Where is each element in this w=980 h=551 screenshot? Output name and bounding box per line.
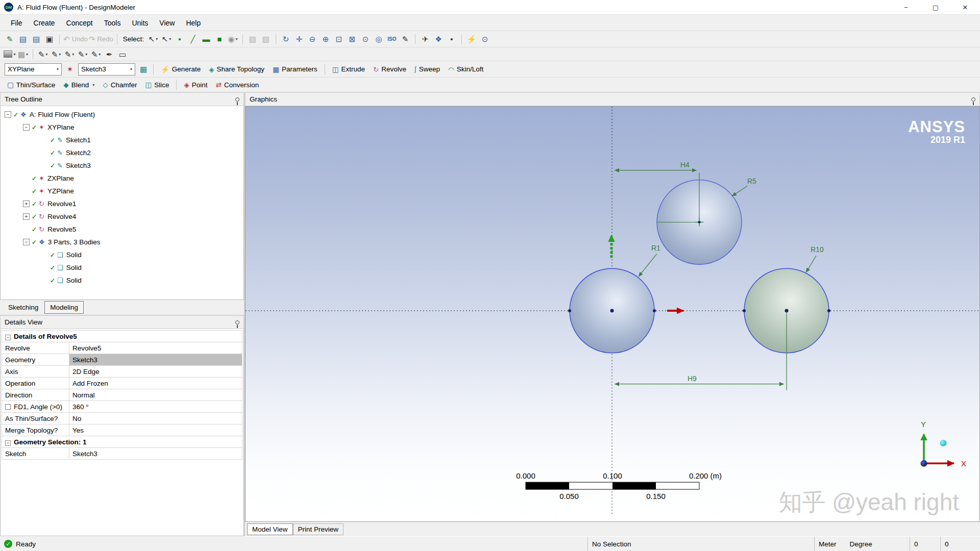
collapse-icon[interactable]: −	[5, 111, 11, 118]
detail-value[interactable]: Add Frozen	[69, 378, 242, 389]
zoom-out-button[interactable]: ⊖	[306, 33, 318, 45]
new-sketch-grid-button[interactable]: ▦	[137, 63, 150, 76]
select-mode-button[interactable]: ↖▾	[160, 33, 173, 45]
tree-item-sketch3[interactable]: ✓ ✎ Sketch3	[1, 159, 243, 172]
tree-item-project[interactable]: − ✓ ❖ A: Fluid Flow (Fluent)	[1, 108, 243, 121]
sketch-select[interactable]: Sketch3▾	[78, 63, 135, 76]
chamfer-button[interactable]: ◇Chamfer	[99, 78, 141, 91]
save-button[interactable]: ▤	[17, 33, 29, 45]
pan-button[interactable]: ✛	[293, 33, 305, 45]
extend-selection-button[interactable]: ◉▾	[227, 33, 239, 45]
iso-view-button[interactable]: ISO	[386, 33, 398, 45]
revolve-button[interactable]: ↻Revolve	[369, 63, 410, 76]
tree-item-solid-2[interactable]: ✓ ❑ Solid	[1, 261, 243, 274]
box-select-button[interactable]: ▧	[247, 33, 259, 45]
expand-icon[interactable]: +	[23, 213, 30, 220]
close-button[interactable]: ✕	[950, 0, 980, 14]
model-canvas[interactable]: H4 H9 R5 R1 R10	[245, 106, 980, 522]
maximize-button[interactable]: ▢	[921, 0, 950, 14]
detail-value[interactable]: Sketch3	[69, 354, 242, 366]
menu-view[interactable]: View	[154, 16, 180, 30]
box-zoom-button[interactable]: ⊡	[333, 33, 345, 45]
tree-item-zxplane[interactable]: ✓ ✶ ZXPlane	[1, 172, 243, 185]
menu-help[interactable]: Help	[180, 16, 206, 30]
edge-display-button[interactable]: ✎	[399, 33, 411, 45]
blend-button[interactable]: ◆Blend▾	[59, 78, 99, 91]
pen-style-1-button[interactable]: ✎▾	[37, 48, 49, 60]
conversion-button[interactable]: ⇄Conversion	[212, 78, 263, 91]
tree-item-sketch1[interactable]: ✓ ✎ Sketch1	[1, 134, 243, 146]
skin-loft-button[interactable]: ◠Skin/Loft	[444, 63, 487, 76]
hatch-pattern-button[interactable]: ▦▾	[17, 48, 29, 60]
parameters-button[interactable]: ▦Parameters	[268, 63, 322, 76]
pen-style-3-button[interactable]: ✎▾	[63, 48, 76, 60]
pen-style-2-button[interactable]: ✎▾	[50, 48, 62, 60]
tree-item-revolve4[interactable]: + ✓ ↻ Revolve4	[1, 210, 243, 223]
tree-item-parts-bodies[interactable]: − ✓ ❖ 3 Parts, 3 Bodies	[1, 236, 243, 248]
pin-icon[interactable]	[971, 97, 975, 102]
select-mode-new-button[interactable]: ↖▾	[147, 33, 159, 45]
expand-icon[interactable]: +	[23, 201, 30, 207]
point-button[interactable]: ◈Point	[180, 78, 211, 91]
save-project-button[interactable]: ▤	[30, 33, 42, 45]
tab-print-preview[interactable]: Print Preview	[293, 523, 344, 535]
triad-origin-ball[interactable]	[921, 460, 927, 467]
new-sketch-button[interactable]: ✎	[4, 33, 16, 45]
zoom-fit-button[interactable]: ⊠	[346, 33, 358, 45]
collapse-icon[interactable]: −	[5, 335, 11, 340]
share-topology-button[interactable]: ◈Share Topology	[205, 63, 268, 76]
tab-modeling[interactable]: Modeling	[44, 301, 84, 314]
plane-select[interactable]: XYPlane▾	[5, 63, 62, 76]
quick-generate-button[interactable]: ⚡	[465, 33, 478, 45]
look-at-plane-button[interactable]: ✈	[419, 33, 431, 45]
filter-points-button[interactable]: ▪	[174, 33, 186, 45]
rectangle-tool-button[interactable]: ▭	[116, 48, 129, 60]
tab-model-view[interactable]: Model View	[247, 523, 293, 535]
fill-color-button[interactable]: ▾	[4, 48, 16, 60]
detail-value[interactable]: Normal	[69, 389, 242, 401]
generate-button[interactable]: ⚡Generate	[157, 63, 205, 76]
ink-pen-button[interactable]: ✒	[103, 48, 115, 60]
lasso-select-button[interactable]: ▨	[260, 33, 272, 45]
tree-item-revolve5[interactable]: ✓ ↻ Revolve5	[1, 223, 243, 236]
undo-button[interactable]: ↶ Undo	[63, 33, 88, 45]
collapse-icon[interactable]: −	[23, 239, 30, 245]
triad-z-ball[interactable]	[940, 440, 947, 446]
tree-item-solid-1[interactable]: ✓ ❑ Solid	[1, 248, 243, 261]
thin-surface-button[interactable]: ▢Thin/Surface	[3, 78, 59, 91]
magnify-button[interactable]: ⊙	[359, 33, 372, 45]
display-model-button[interactable]: ❖	[432, 33, 445, 45]
sweep-button[interactable]: ∫Sweep	[410, 63, 444, 76]
inspect-button[interactable]: ⊙	[479, 33, 491, 45]
menu-units[interactable]: Units	[126, 16, 154, 30]
display-points-button[interactable]: •	[446, 33, 458, 45]
tab-sketching[interactable]: Sketching	[3, 302, 43, 313]
detail-value[interactable]: Yes	[69, 424, 242, 436]
fd1-checkbox[interactable]	[5, 404, 11, 410]
detail-value[interactable]: 360 °	[69, 401, 242, 413]
collapse-icon[interactable]: −	[5, 440, 11, 446]
pin-icon[interactable]	[235, 97, 239, 102]
pen-style-5-button[interactable]: ✎▾	[90, 48, 102, 60]
tree-item-revolve1[interactable]: + ✓ ↻ Revolve1	[1, 197, 243, 210]
new-plane-button[interactable]: ✶	[64, 63, 76, 76]
tree-item-yzplane[interactable]: ✓ ✶ YZPlane	[1, 185, 243, 197]
rotate-view-button[interactable]: ↻	[280, 33, 292, 45]
detail-value[interactable]: Revolve5	[69, 342, 242, 354]
collapse-icon[interactable]: −	[23, 124, 30, 131]
extrude-button[interactable]: ◫Extrude	[328, 63, 369, 76]
slice-button[interactable]: ◫Slice	[141, 78, 173, 91]
pin-icon[interactable]	[235, 320, 239, 324]
menu-tools[interactable]: Tools	[99, 16, 127, 30]
tree-item-xyplane[interactable]: − ✓ ✶ XYPlane	[1, 121, 243, 134]
detail-value[interactable]: 2D Edge	[69, 366, 242, 378]
filter-bodies-button[interactable]: ■	[213, 33, 226, 45]
pen-style-4-button[interactable]: ✎▾	[77, 48, 89, 60]
detail-value[interactable]: Sketch3	[69, 448, 242, 460]
redo-button[interactable]: ↷ Redo	[89, 33, 113, 45]
menu-create[interactable]: Create	[28, 16, 61, 30]
menu-concept[interactable]: Concept	[61, 16, 99, 30]
filter-faces-button[interactable]: ▬	[200, 33, 212, 45]
previous-view-button[interactable]: ◎	[373, 33, 385, 45]
zoom-in-button[interactable]: ⊕	[320, 33, 332, 45]
